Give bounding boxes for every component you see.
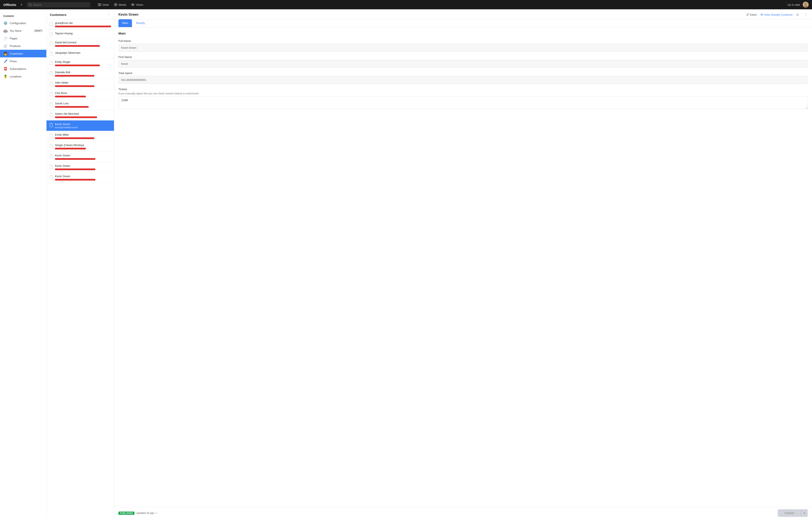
sidebar-item-press[interactable]: 🖊️ Press	[0, 57, 46, 65]
list-item-content: Tayson Hoang	[55, 32, 111, 35]
list-item-redacted	[55, 85, 94, 87]
list-item-content: gcea@cox.net	[55, 21, 111, 27]
list-item-content: Kevin Green kevin@ctrlaltdel.world	[55, 122, 111, 129]
list-item-content: Kevin Green	[55, 174, 111, 181]
doc-icon	[50, 41, 53, 46]
list-item[interactable]: Kevin Green kevin@ctrlaltdel.world	[47, 120, 114, 131]
detail-header: Kevin Green Editor View Shopify Customer…	[114, 9, 812, 19]
list-item[interactable]: Danielle Brill	[47, 69, 114, 79]
sidebar-label-press: Press	[10, 60, 43, 63]
sidebar-item-locations[interactable]: 🍍 Locations	[0, 73, 46, 80]
list-item[interactable]: Tayson Hoang	[47, 30, 114, 39]
tickets-input[interactable]	[118, 96, 808, 109]
doc-icon	[50, 52, 53, 56]
list-item-redacted	[55, 137, 94, 139]
svg-point-7	[133, 4, 133, 5]
publish-dropdown-button[interactable]: ▾	[801, 509, 808, 517]
list-item-name: Emily Miller	[55, 133, 111, 136]
doc-icon	[50, 32, 53, 36]
tickets-hint: If you manually adjust this you can chec…	[118, 92, 808, 95]
doc-icon	[50, 175, 53, 179]
list-item[interactable]: Kevin Green	[47, 152, 114, 162]
grid-icon[interactable]: ⊞	[796, 13, 799, 17]
svg-point-6	[131, 4, 134, 5]
list-item[interactable]: Sergio (Clean) Montoya	[47, 141, 114, 152]
svg-point-4	[114, 3, 117, 6]
list-item[interactable]: gcea@cox.net	[47, 19, 114, 30]
nav-media[interactable]: Media	[114, 3, 126, 6]
sidebar-item-configuration[interactable]: ⚙️ Configuration	[0, 19, 46, 27]
list-item-name: Sergio (Clean) Montoya	[55, 143, 111, 147]
publish-button[interactable]: Publish	[778, 509, 801, 517]
sidebar-label-locations: Locations	[10, 75, 43, 78]
list-item-content: Kevin Green	[55, 164, 111, 170]
draft-badge: DRAFT	[34, 29, 43, 32]
shopify-link[interactable]: View Shopify Customer	[760, 13, 793, 16]
list-item[interactable]: Emily Miller	[47, 131, 114, 141]
list-item[interactable]: Kevin Green	[47, 172, 114, 183]
sidebar-item-subscriptions[interactable]: 📮 Subscriptions	[0, 65, 46, 73]
search-input[interactable]	[33, 3, 88, 6]
nav-desk[interactable]: Desk	[98, 3, 109, 6]
sidebar-label-pages: Pages	[10, 37, 43, 40]
list-item[interactable]: Emily Singer	[47, 58, 114, 69]
list-item[interactable]: Adin Heller	[47, 79, 114, 89]
list-item-redacted	[55, 179, 95, 181]
products-icon: 🛒	[3, 44, 8, 48]
sync-status: Up to date	[787, 3, 800, 6]
brand-name: Offlimits	[3, 3, 16, 6]
sidebar-section-title: Content	[0, 13, 46, 19]
list-panel-header: Customers ⋮	[47, 9, 114, 19]
list-item-content: Che Ross	[55, 91, 111, 98]
list-panel-menu-button[interactable]: ⋮	[107, 12, 111, 17]
sidebar-item-customers[interactable]: 👧 Customers	[0, 50, 46, 57]
list-item-content: Adin Heller	[55, 81, 111, 87]
list-item[interactable]: Kevin Green	[47, 162, 114, 172]
add-button[interactable]: +	[20, 2, 24, 8]
editor-label: Editor	[750, 13, 757, 16]
tab-main[interactable]: Main	[118, 19, 132, 27]
sidebar: Content ⚙️ Configuration 🤖 Toy Store DRA…	[0, 9, 47, 519]
first-name-input[interactable]	[118, 60, 808, 68]
doc-icon	[50, 102, 53, 107]
doc-icon	[50, 22, 53, 26]
tab-shopify[interactable]: Shopify	[132, 19, 149, 27]
list-item-name: Danielle Brill	[55, 71, 111, 74]
sidebar-item-products[interactable]: 🛒 Products	[0, 42, 46, 50]
list-item-redacted	[55, 158, 95, 160]
list-item[interactable]: Sarah Lora	[47, 100, 114, 110]
list-item-name: Salem Abi Morched	[55, 112, 111, 115]
list-item-name: David McCormick	[55, 41, 111, 44]
svg-point-9	[805, 3, 807, 5]
nav-vision[interactable]: Vision	[131, 3, 143, 6]
list-item[interactable]: Che Ross	[47, 89, 114, 100]
list-item[interactable]: David McCormick	[47, 39, 114, 49]
search-bar[interactable]	[27, 2, 90, 7]
list-item-name: Kevin Green	[55, 164, 111, 167]
list-item[interactable]: Salem Abi Morched	[47, 110, 114, 120]
user-avatar[interactable]	[803, 2, 809, 8]
list-item[interactable]: Jacquelyn Silverman	[47, 49, 114, 58]
check-icon: ✓	[155, 512, 157, 515]
list-item-content: Jacquelyn Silverman	[55, 51, 111, 54]
editor-link[interactable]: Editor	[746, 13, 757, 16]
customers-icon: 👧	[3, 51, 8, 56]
detail-footer: PUBLISHED Updated 2d ago ✓ Publish ▾	[114, 507, 812, 519]
sidebar-label-subscriptions: Subscriptions	[10, 67, 43, 71]
nav-media-label: Media	[119, 3, 126, 6]
updated-text: Updated 2d ago	[136, 512, 154, 515]
total-spent-input[interactable]	[118, 76, 808, 84]
list-item-name: gcea@cox.net	[55, 21, 111, 25]
sidebar-item-toy-store[interactable]: 🤖 Toy Store DRAFT	[0, 27, 46, 34]
doc-icon	[50, 123, 53, 127]
sidebar-label-customers: Customers	[10, 52, 43, 55]
detail-header-actions: Editor View Shopify Customer ⊞ ⋮	[746, 12, 808, 17]
svg-point-5	[115, 4, 116, 5]
full-name-input[interactable]	[118, 44, 808, 52]
svg-line-1	[31, 5, 32, 6]
doc-icon	[50, 81, 53, 86]
sidebar-item-pages[interactable]: 📄 Pages	[0, 34, 46, 42]
detail-kebab-menu[interactable]: ⋮	[804, 12, 808, 17]
sidebar-label-products: Products	[10, 45, 43, 48]
list-item-content: Emily Singer	[55, 60, 111, 66]
